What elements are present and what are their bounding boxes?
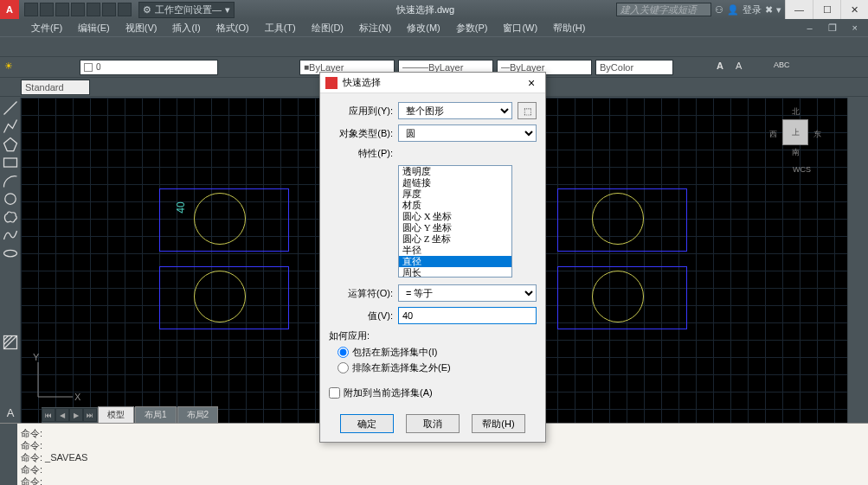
qat-plot-icon[interactable] — [87, 3, 100, 16]
menu-insert[interactable]: 插入(I) — [165, 20, 207, 36]
qat-saveas-icon[interactable] — [71, 3, 85, 16]
tb-mod8-icon[interactable] — [704, 38, 721, 55]
table-icon[interactable] — [2, 386, 19, 403]
chamfer-icon[interactable] — [850, 335, 867, 353]
app-logo[interactable]: A — [0, 0, 19, 19]
tb-match-icon[interactable] — [174, 38, 191, 55]
gradient-icon[interactable] — [2, 352, 19, 368]
fillet-icon[interactable] — [850, 354, 867, 371]
break-icon[interactable] — [850, 299, 867, 316]
join-icon[interactable] — [850, 317, 867, 335]
polygon-icon[interactable] — [2, 136, 19, 153]
prop-item[interactable]: 材质 — [399, 200, 511, 211]
pline-icon[interactable] — [2, 118, 19, 135]
tb-mod15-icon[interactable] — [831, 38, 848, 55]
point-icon[interactable] — [2, 316, 19, 332]
layer-color-icon[interactable] — [61, 60, 76, 75]
tab-layout2[interactable]: 布局2 — [177, 406, 219, 423]
cmd-side3-icon[interactable] — [2, 455, 16, 469]
tb-mod16-icon[interactable] — [849, 38, 866, 55]
tb-mod4-icon[interactable] — [631, 38, 648, 55]
text-spell-icon[interactable]: ABC — [773, 60, 788, 75]
menu-help[interactable]: 帮助(H) — [546, 20, 592, 36]
qat-undo-icon[interactable] — [102, 3, 116, 16]
prop-item[interactable]: 圆心 Y 坐标 — [399, 222, 511, 233]
menu-file[interactable]: 文件(F) — [24, 20, 69, 36]
hatch-icon[interactable] — [2, 334, 19, 351]
revcloud-icon[interactable] — [2, 208, 19, 226]
tb-new-icon[interactable] — [2, 38, 19, 55]
tb-dc-icon[interactable] — [332, 38, 350, 55]
tb-undo-icon[interactable] — [196, 38, 214, 55]
tb-preview-icon[interactable] — [79, 38, 96, 55]
operator-select[interactable]: = 等于 — [398, 284, 537, 302]
menu-view[interactable]: 视图(V) — [119, 20, 164, 36]
prop-item[interactable]: 厚度 — [399, 188, 511, 200]
circle-icon[interactable] — [2, 190, 19, 207]
layer-combo[interactable]: 0 — [80, 60, 218, 75]
line-icon[interactable] — [2, 99, 19, 117]
tb-save-icon[interactable] — [38, 38, 55, 55]
viewcube-face[interactable]: 上 — [782, 119, 808, 145]
qat-save-icon[interactable] — [55, 3, 69, 16]
minimize-button[interactable]: — — [785, 0, 813, 19]
menu-edit[interactable]: 编辑(E) — [71, 20, 117, 36]
tb-mod13-icon[interactable] — [794, 38, 812, 55]
help-button[interactable]: 帮助(H) — [472, 414, 525, 433]
include-radio[interactable]: 包括在新选择集中(I) — [338, 346, 537, 359]
tb-mod1-icon[interactable] — [576, 38, 594, 55]
tb-qcalc-icon[interactable] — [405, 38, 422, 55]
prop-item[interactable]: 透明度 — [399, 166, 511, 177]
value-input[interactable] — [398, 307, 537, 324]
exclude-radio[interactable]: 排除在新选择集之外(E) — [338, 361, 537, 374]
select-objects-button[interactable]: ⬚ — [518, 102, 537, 119]
menu-dimension[interactable]: 标注(N) — [352, 20, 398, 36]
ellipsearc-icon[interactable] — [2, 263, 19, 279]
tab-last-icon[interactable]: ⏭ — [83, 408, 97, 422]
tb-mod7-icon[interactable] — [685, 38, 703, 55]
layer-sun-icon[interactable]: ☀ — [3, 60, 19, 75]
tb-mod12-icon[interactable] — [776, 38, 794, 55]
dimstyle-combo[interactable]: Standard — [21, 80, 90, 95]
block-icon[interactable] — [2, 298, 19, 315]
ok-button[interactable]: 确定 — [340, 414, 394, 433]
infocenter-icon[interactable]: ⚇ — [715, 4, 723, 16]
prop-item[interactable]: 圆心 Z 坐标 — [399, 233, 511, 245]
apply-select[interactable]: 整个图形 — [398, 102, 512, 119]
menu-window[interactable]: 窗口(W) — [496, 20, 544, 36]
tb-publish-icon[interactable] — [97, 38, 114, 55]
tb-cut-icon[interactable] — [119, 38, 137, 55]
tb-zoom-icon[interactable] — [255, 38, 273, 55]
qat-redo-icon[interactable] — [118, 3, 132, 16]
viewcube[interactable]: 北 东 南 西 上 — [769, 106, 821, 158]
tb-mod10-icon[interactable] — [740, 38, 757, 55]
tb-plot-icon[interactable] — [61, 38, 78, 55]
tab-model[interactable]: 模型 — [98, 406, 134, 423]
workspace-selector[interactable]: ⚙ 工作空间设置— ▾ — [138, 2, 235, 18]
text-just-icon[interactable] — [811, 60, 826, 75]
insert-icon[interactable] — [2, 280, 19, 297]
exchange-icon[interactable]: ✖ — [765, 4, 773, 16]
tab-layout1[interactable]: 布局1 — [135, 406, 177, 423]
offset-icon[interactable] — [850, 154, 867, 171]
close-button[interactable]: ✕ — [840, 0, 868, 19]
prop-item[interactable]: 直径 — [399, 256, 511, 267]
text-field-icon[interactable] — [830, 60, 845, 75]
mirror-icon[interactable] — [850, 136, 867, 153]
layer-lock-icon[interactable] — [42, 60, 57, 75]
tb-mod14-icon[interactable] — [813, 38, 830, 55]
menu-format[interactable]: 格式(O) — [209, 20, 256, 36]
cmd-recent-icon[interactable] — [2, 425, 16, 439]
qat-new-icon[interactable] — [24, 3, 38, 16]
region-icon[interactable] — [2, 369, 19, 386]
tb-paste-icon[interactable] — [156, 38, 173, 55]
tb-zoomwin-icon[interactable] — [273, 38, 291, 55]
dialog-close-button[interactable]: × — [523, 76, 540, 90]
tab-next-icon[interactable]: ▶ — [69, 408, 83, 422]
prop-item[interactable]: 圆心 X 坐标 — [399, 211, 511, 222]
tb-mod9-icon[interactable] — [722, 38, 739, 55]
rotate-icon[interactable] — [850, 208, 867, 226]
stretch-icon[interactable] — [850, 245, 867, 262]
ellipse-icon[interactable] — [2, 245, 19, 262]
mdi-close-icon[interactable]: × — [845, 21, 865, 35]
